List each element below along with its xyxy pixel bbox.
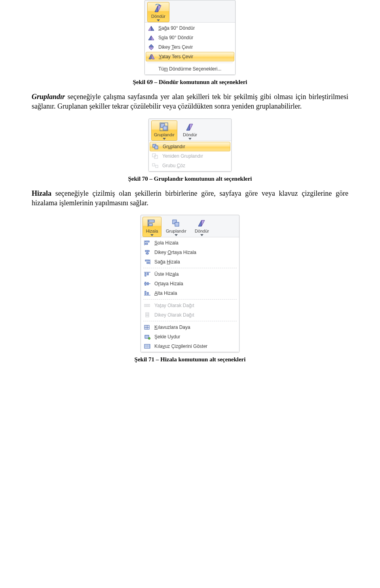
paragraph-group: Gruplandır seçeneğiyle çalışma sayfasınd… xyxy=(32,92,348,111)
svg-rect-52 xyxy=(146,316,149,317)
menu-item-align-center-vertical[interactable]: Dikey Ortaya Hizala xyxy=(141,248,239,257)
group-icon xyxy=(171,218,182,228)
paragraph-text: seçeneğiyle çizilmiş olan şekillerin bir… xyxy=(32,189,348,207)
svg-rect-50 xyxy=(146,313,149,314)
rotate-button[interactable]: Döndür xyxy=(147,2,169,22)
menu-item-align-top[interactable]: Üste Hizala xyxy=(141,269,239,279)
menu-item-label: Dikey Ters Çevir xyxy=(158,44,230,50)
svg-marker-3 xyxy=(148,26,151,31)
menu-item-snap-to-shape[interactable]: Şekle Uydur xyxy=(141,332,239,342)
menu-item-label: Dikey Ortaya Hizala xyxy=(154,250,234,255)
menu-item-label: Sola 90° Döndür xyxy=(158,35,230,40)
svg-marker-28 xyxy=(201,220,205,226)
align-center-vertical-icon xyxy=(143,249,151,256)
figure-caption-69: Şekil 69 – Döndür komutunun alt seçenekl… xyxy=(32,79,348,86)
align-dropdown-card: Hizala Gruplandır Döndür Sola xyxy=(141,215,239,352)
rotate-right-icon xyxy=(147,25,155,32)
svg-rect-23 xyxy=(149,223,152,226)
menu-item-label: Kılavuzlara Daya xyxy=(154,325,234,330)
menu-item-label: Dikey Olarak Dağıt xyxy=(154,312,234,318)
rotate-icon xyxy=(153,4,164,13)
group-button[interactable]: Gruplandır xyxy=(163,217,189,237)
dropdown-caret-icon xyxy=(200,234,203,236)
svg-point-58 xyxy=(148,338,150,340)
figure-caption-70: Şekil 70 – Gruplandır komutunun alt seçe… xyxy=(32,176,348,182)
menu-item-more-rotation[interactable]: Tüm Döndürme Seçenekleri... xyxy=(145,64,235,74)
dropdown-caret-icon xyxy=(157,19,160,21)
svg-rect-49 xyxy=(148,304,150,307)
menu-item-label: Kılavuz Çizgilerini Göster xyxy=(154,344,234,349)
align-left-icon xyxy=(143,239,151,246)
menu-separator xyxy=(143,321,237,321)
svg-rect-45 xyxy=(145,291,146,294)
svg-rect-42 xyxy=(145,282,146,285)
flip-vertical-icon xyxy=(147,44,155,51)
align-bottom-icon xyxy=(143,290,151,297)
align-button[interactable]: Hizala xyxy=(142,217,162,237)
svg-marker-15 xyxy=(190,124,193,130)
align-right-icon xyxy=(143,258,151,265)
lead-word: Gruplandır xyxy=(32,93,65,101)
svg-rect-46 xyxy=(147,292,148,294)
paragraph-align: Hizala seçeneğiyle çizilmiş olan şekille… xyxy=(32,189,348,208)
align-middle-icon xyxy=(143,280,151,287)
menu-item-flip-vertical[interactable]: Dikey Ters Çevir xyxy=(145,42,235,52)
rotate-button-small[interactable]: Döndür xyxy=(179,120,201,141)
svg-marker-6 xyxy=(151,36,154,40)
dropdown-caret-icon xyxy=(188,138,192,140)
rotate-button-label: Döndür xyxy=(183,132,197,137)
group-icon-small xyxy=(152,143,160,150)
menu-item-distribute-horizontal: Yatay Olarak Dağıt xyxy=(141,301,239,310)
svg-rect-26 xyxy=(175,222,179,226)
svg-marker-14 xyxy=(186,124,190,130)
rotate-left-icon xyxy=(147,34,155,41)
menu-item-regroup: Yeniden Gruplandır xyxy=(149,151,231,161)
rotate-menu: Sağa 90° Döndür Sola 90° Döndür Dikey Te… xyxy=(145,22,235,74)
svg-rect-34 xyxy=(146,253,148,254)
distribute-vertical-icon xyxy=(143,311,151,319)
menu-item-label: Yatay Ters Çevir xyxy=(159,54,230,59)
paragraph-text: seçeneğiyle çalışma sayfasında yer alan … xyxy=(32,93,348,110)
menu-item-align-left[interactable]: Sola Hizala xyxy=(141,238,239,248)
svg-rect-17 xyxy=(155,146,158,149)
menu-item-group[interactable]: Gruplandır xyxy=(150,142,230,151)
rotate-button-label: Döndür xyxy=(151,14,165,19)
group-icon xyxy=(159,122,170,132)
menu-item-rotate-right[interactable]: Sağa 90° Döndür xyxy=(145,23,235,33)
group-button[interactable]: Gruplandır xyxy=(151,120,177,141)
lead-word: Hizala xyxy=(32,189,51,197)
menu-item-align-middle[interactable]: Ortaya Hizala xyxy=(141,279,239,288)
menu-item-align-right[interactable]: Sağa Hizala xyxy=(141,257,239,267)
gridlines-icon xyxy=(143,343,151,350)
svg-rect-21 xyxy=(156,165,158,168)
menu-item-label: Üste Hizala xyxy=(154,271,234,277)
align-menu: Sola Hizala Dikey Ortaya Hizala Sağa Hiz… xyxy=(141,237,239,352)
menu-item-label: Gruplandır xyxy=(163,144,226,149)
svg-rect-48 xyxy=(146,304,148,307)
menu-separator xyxy=(147,63,233,63)
dropdown-caret-icon xyxy=(175,234,178,236)
snap-shape-icon xyxy=(143,333,151,340)
menu-item-flip-horizontal[interactable]: Yatay Ters Çevir xyxy=(146,52,234,61)
menu-item-align-bottom[interactable]: Alta Hizala xyxy=(141,288,239,298)
svg-marker-8 xyxy=(149,48,154,50)
group-dropdown-card: Gruplandır Döndür Gruplandır xyxy=(148,118,232,172)
svg-rect-20 xyxy=(152,164,155,166)
svg-rect-40 xyxy=(147,273,148,275)
rotate-icon xyxy=(184,122,196,132)
svg-rect-31 xyxy=(145,243,148,244)
align-icon xyxy=(146,218,158,228)
svg-rect-36 xyxy=(145,260,149,261)
menu-item-snap-to-grid[interactable]: Kılavuzlara Daya xyxy=(141,323,239,332)
align-top-icon xyxy=(143,271,151,278)
rotate-button-label: Döndür xyxy=(195,229,209,233)
menu-item-rotate-left[interactable]: Sola 90° Döndür xyxy=(145,33,235,42)
rotate-button[interactable]: Döndür xyxy=(191,217,213,237)
menu-item-show-gridlines[interactable]: Kılavuz Çizgilerini Göster xyxy=(141,342,239,351)
svg-rect-30 xyxy=(145,241,149,242)
menu-item-label: Grubu Çöz xyxy=(162,163,226,168)
svg-marker-10 xyxy=(152,54,154,59)
svg-marker-9 xyxy=(149,54,151,59)
menu-item-ungroup: Grubu Çöz xyxy=(149,161,231,170)
menu-item-distribute-vertical: Dikey Olarak Dağıt xyxy=(141,310,239,320)
